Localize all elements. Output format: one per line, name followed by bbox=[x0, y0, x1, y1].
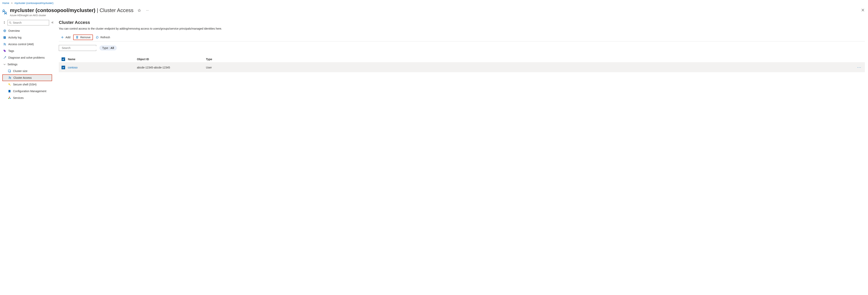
key-icon bbox=[8, 83, 11, 86]
log-icon bbox=[3, 36, 6, 39]
add-button[interactable]: Add bbox=[59, 35, 72, 40]
list-search-input[interactable] bbox=[61, 46, 97, 50]
refresh-label: Refresh bbox=[100, 36, 110, 39]
svg-rect-17 bbox=[8, 90, 10, 92]
header-more-button[interactable]: ··· bbox=[145, 7, 150, 13]
svg-point-14 bbox=[9, 77, 10, 78]
chevron-down-icon bbox=[3, 63, 6, 66]
type-filter-value: All bbox=[111, 47, 114, 50]
search-icon bbox=[9, 21, 12, 24]
sidebar-item-diagnose[interactable]: Diagnose and solve problems bbox=[2, 54, 52, 61]
svg-point-9 bbox=[4, 43, 5, 44]
main-description: You can control access to the cluster en… bbox=[59, 27, 865, 30]
main-content: Cluster Access You can control access to… bbox=[53, 20, 868, 104]
favorite-button[interactable] bbox=[136, 7, 142, 13]
col-header-type[interactable]: Type bbox=[206, 58, 854, 61]
svg-point-15 bbox=[10, 77, 11, 78]
svg-rect-18 bbox=[8, 98, 9, 99]
refresh-icon bbox=[96, 36, 99, 39]
services-icon bbox=[8, 96, 11, 99]
ellipsis-icon: ··· bbox=[146, 9, 149, 12]
breadcrumb-home[interactable]: Home bbox=[2, 2, 9, 4]
select-all-checkbox[interactable] bbox=[62, 57, 65, 61]
col-header-object-id[interactable]: Object ID bbox=[137, 58, 206, 61]
star-icon bbox=[137, 9, 141, 12]
sidebar-item-access-control[interactable]: Access control (IAM) bbox=[2, 41, 52, 48]
breadcrumb-current[interactable]: mycluster (contosopool/mycluster) bbox=[14, 2, 54, 4]
sidebar-item-overview[interactable]: Overview bbox=[2, 27, 52, 34]
sidebar-item-tags[interactable]: Tags bbox=[2, 48, 52, 54]
breadcrumb: Home > mycluster (contosopool/mycluster) bbox=[0, 0, 868, 6]
row-object-id: abcde-12345-abcde-12345 bbox=[137, 66, 206, 69]
tag-icon bbox=[3, 49, 6, 53]
scale-icon bbox=[8, 69, 11, 72]
sidebar-item-label: Activity log bbox=[8, 36, 22, 39]
check-icon bbox=[62, 66, 64, 69]
sidebar-item-label: Configuration Management bbox=[13, 90, 46, 93]
sidebar-item-label: Access control (IAM) bbox=[8, 42, 34, 46]
check-icon bbox=[62, 58, 64, 60]
close-icon bbox=[861, 8, 864, 12]
access-table: Name Object ID Type contoso abcde-12345-… bbox=[59, 56, 865, 72]
trash-icon bbox=[75, 36, 79, 39]
main-title: Cluster Access bbox=[59, 20, 865, 25]
svg-point-0 bbox=[3, 10, 4, 11]
reorder-button[interactable] bbox=[2, 21, 6, 25]
remove-button[interactable]: Remove bbox=[73, 34, 93, 40]
type-filter-label: Type : bbox=[102, 47, 111, 50]
sidebar-item-label: Services bbox=[13, 96, 24, 99]
sidebar-item-label: Cluster Access bbox=[13, 76, 32, 79]
row-checkbox[interactable] bbox=[62, 66, 65, 69]
sidebar-search-input[interactable] bbox=[12, 21, 48, 25]
sidebar-item-label: Diagnose and solve problems bbox=[8, 56, 44, 59]
plus-icon bbox=[61, 36, 64, 39]
page-header: mycluster (contosopool/mycluster) | Clus… bbox=[0, 6, 868, 20]
overview-icon bbox=[3, 29, 6, 32]
table-header: Name Object ID Type bbox=[59, 56, 865, 62]
page-subtitle: Azure HDInsight on AKS cluster bbox=[10, 14, 860, 17]
table-row[interactable]: contoso abcde-12345-abcde-12345 User ··· bbox=[59, 62, 865, 72]
sidebar-item-label: Cluster size bbox=[13, 69, 27, 72]
breadcrumb-separator: > bbox=[10, 2, 14, 4]
add-label: Add bbox=[65, 36, 70, 39]
close-button[interactable] bbox=[860, 7, 866, 13]
sidebar-item-cluster-size[interactable]: Cluster size bbox=[2, 68, 52, 75]
sidebar-item-config[interactable]: Configuration Management bbox=[2, 88, 52, 94]
sidebar-item-activity-log[interactable]: Activity log bbox=[2, 34, 52, 41]
sidebar-item-cluster-access[interactable]: Cluster Access bbox=[2, 75, 52, 81]
row-name-link[interactable]: contoso bbox=[68, 66, 78, 69]
svg-point-4 bbox=[4, 30, 5, 31]
svg-point-10 bbox=[5, 43, 6, 45]
sidebar-search[interactable] bbox=[7, 20, 49, 26]
svg-rect-8 bbox=[4, 38, 5, 38]
row-type: User bbox=[206, 66, 854, 69]
sidebar-group-label: Settings bbox=[7, 63, 18, 66]
svg-rect-20 bbox=[9, 97, 10, 97]
document-icon bbox=[8, 90, 11, 93]
cluster-icon bbox=[2, 8, 8, 15]
toolbar: Add Remove Refresh bbox=[59, 34, 865, 41]
svg-point-2 bbox=[9, 22, 11, 23]
page-title-main: mycluster (contosopool/mycluster) bbox=[10, 7, 95, 13]
sort-icon bbox=[3, 21, 5, 24]
people-icon bbox=[8, 76, 11, 79]
row-more-button[interactable]: ··· bbox=[856, 65, 863, 70]
sidebar-item-label: Tags bbox=[8, 49, 14, 53]
col-header-name[interactable]: Name bbox=[68, 58, 137, 61]
sidebar-item-ssh[interactable]: Secure shell (SSH) bbox=[2, 81, 52, 88]
sidebar-item-services[interactable]: Services bbox=[2, 94, 52, 101]
refresh-button[interactable]: Refresh bbox=[94, 35, 112, 40]
wrench-icon bbox=[3, 56, 6, 59]
sidebar-item-label: Secure shell (SSH) bbox=[13, 83, 36, 86]
people-icon bbox=[3, 42, 6, 46]
sidebar-group-settings[interactable]: Settings bbox=[2, 61, 52, 68]
svg-point-11 bbox=[4, 50, 4, 51]
svg-rect-13 bbox=[8, 70, 10, 72]
page-title: mycluster (contosopool/mycluster) | Clus… bbox=[10, 7, 860, 13]
sidebar: Overview Activity log Access control (IA… bbox=[0, 20, 53, 104]
svg-rect-19 bbox=[10, 98, 11, 99]
sidebar-item-label: Overview bbox=[8, 29, 20, 32]
type-filter[interactable]: Type : All bbox=[99, 46, 117, 51]
list-search[interactable] bbox=[59, 45, 96, 51]
ellipsis-icon: ··· bbox=[857, 65, 861, 69]
